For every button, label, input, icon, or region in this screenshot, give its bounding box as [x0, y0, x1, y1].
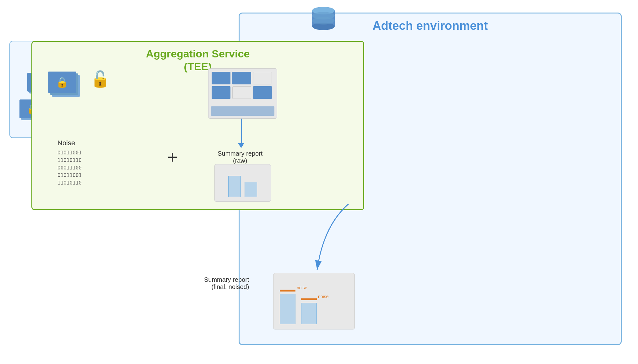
- noise-section: Noise 0101100111010110000111000101100111…: [57, 139, 82, 187]
- summary-final-label: Summary report (final, noised): [204, 276, 249, 291]
- summary-raw-card: [214, 164, 271, 202]
- arrow-summary-down: [241, 119, 242, 144]
- summary-final-card: noise noise: [273, 273, 355, 329]
- noise-label: Noise: [57, 139, 82, 147]
- unlocked-lock-icon: 🔓: [90, 70, 110, 88]
- svg-point-5: [312, 17, 335, 24]
- database-icon: [311, 4, 336, 34]
- adtech-label: Adtech environment: [372, 19, 488, 33]
- arrow-to-final: [298, 201, 392, 282]
- plus-sign: +: [167, 147, 178, 167]
- noise-binary: 0101100111010110000111000101100111010110: [57, 149, 82, 187]
- summary-raw-label: Summary report (raw): [218, 150, 262, 164]
- diagram: Adtech environment Collection service ag…: [0, 0, 638, 364]
- arrowhead-down-1: [238, 143, 244, 148]
- summary-card-top: [208, 68, 277, 119]
- aggregation-service-box: Aggregation Service (TEE) 🔒 🔓: [31, 41, 364, 210]
